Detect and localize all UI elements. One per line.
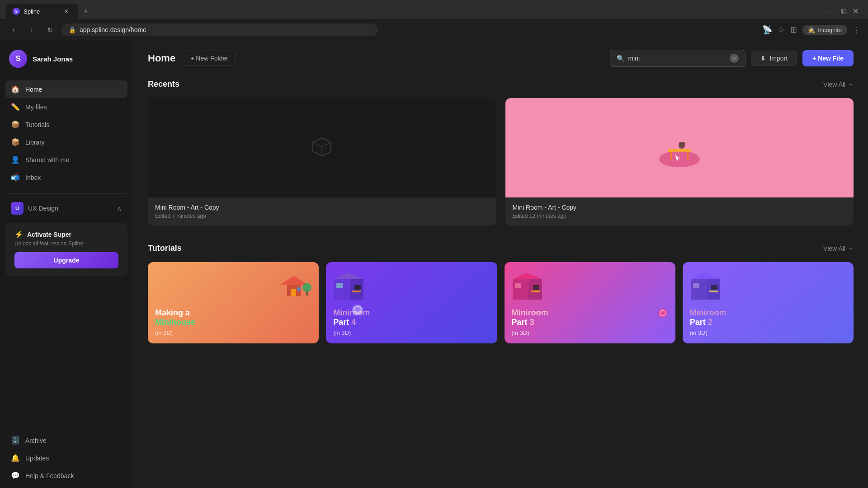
- room-decoration-4: [686, 266, 727, 306]
- tutorial-subtitle-2: (in 3D): [333, 329, 490, 336]
- incognito-avatar: 🕵: [808, 27, 815, 33]
- upgrade-header: ⚡ Activate Super: [14, 230, 118, 239]
- back-button[interactable]: ‹: [7, 23, 20, 36]
- tutorial-subtitle-4: (in 3D): [690, 329, 846, 336]
- tab-close-button[interactable]: ✕: [62, 7, 71, 15]
- sidebar-item-my-files-label: My files: [25, 103, 47, 111]
- workspace-collapse-icon[interactable]: ∧: [117, 204, 122, 213]
- search-bar[interactable]: 🔍 ✕: [610, 50, 745, 67]
- file-meta-2: Edited 12 minutes ago: [513, 213, 847, 219]
- svg-rect-37: [709, 291, 718, 292]
- svg-point-3: [659, 151, 700, 167]
- lock-icon: 🔒: [69, 27, 76, 33]
- sidebar-user[interactable]: S Sarah Jonas: [0, 41, 133, 77]
- file-card-info-2: Mini Room - Art - Copy Edited 12 minutes…: [505, 197, 854, 225]
- edit-icon: ✏️: [11, 103, 20, 111]
- tutorial-card-1[interactable]: Making a Minihouse (in 3D): [148, 262, 319, 343]
- svg-marker-27: [513, 272, 542, 279]
- sidebar-item-updates[interactable]: 🔔 Updates: [5, 449, 127, 467]
- avatar-initials: S: [16, 55, 21, 63]
- forward-button[interactable]: ›: [25, 23, 38, 36]
- tutorial-card-4[interactable]: MiniroomPart 2 (in 3D): [683, 262, 854, 343]
- tutorials-view-all-button[interactable]: View All →: [823, 245, 854, 252]
- sidebar-item-inbox[interactable]: 📬 Inbox: [5, 169, 127, 186]
- sidebar-icon[interactable]: ⊞: [790, 25, 797, 35]
- reload-button[interactable]: ↻: [43, 23, 56, 36]
- file-card-2[interactable]: Mini Room - Art - Copy Edited 12 minutes…: [505, 98, 854, 225]
- tab-label: Spline: [24, 8, 40, 15]
- tutorial-title-3: MiniroomPart 3: [512, 308, 668, 328]
- tab-favicon: S: [13, 8, 20, 15]
- file-card-thumb-2: [505, 98, 854, 197]
- search-clear-button[interactable]: ✕: [730, 54, 739, 63]
- sidebar-item-library-label: Library: [25, 139, 45, 146]
- file-card-1[interactable]: Mini Room - Art - Copy Edited 7 minutes …: [148, 98, 496, 225]
- svg-rect-12: [291, 289, 296, 296]
- tutorials-title: Tutorials: [148, 244, 182, 253]
- new-tab-button[interactable]: +: [80, 5, 92, 18]
- recents-title: Recents: [148, 80, 179, 89]
- new-file-button[interactable]: + New File: [802, 50, 854, 66]
- file-card-info-1: Mini Room - Art - Copy Edited 7 minutes …: [148, 197, 496, 225]
- svg-marker-1: [313, 138, 331, 147]
- sidebar-item-home[interactable]: 🏠 Home: [5, 80, 127, 98]
- circle-decoration: [657, 308, 669, 319]
- sidebar-item-my-files[interactable]: ✏️ My files: [5, 98, 127, 116]
- incognito-label: Incognito: [818, 27, 842, 33]
- svg-point-24: [354, 306, 361, 314]
- workspace-name: UX Design: [28, 205, 58, 212]
- tutorial-card-3[interactable]: MiniroomPart 3 (in 3D): [505, 262, 675, 343]
- tutorial-subtitle-3: (in 3D): [512, 329, 668, 336]
- svg-rect-4: [668, 149, 691, 152]
- svg-rect-29: [531, 291, 540, 292]
- avatar: S: [9, 50, 27, 68]
- incognito-badge: 🕵 Incognito: [802, 25, 847, 35]
- url-text: app.spline.design/home: [80, 26, 146, 33]
- svg-rect-30: [533, 285, 539, 290]
- close-icon[interactable]: ✕: [852, 6, 859, 16]
- sidebar-item-shared-with-me[interactable]: 👤 Shared with me: [5, 151, 127, 169]
- import-label: Import: [769, 55, 788, 62]
- top-bar-actions: 🔍 ✕ ⬇ Import + New File: [610, 50, 854, 67]
- svg-rect-28: [515, 283, 521, 288]
- address-bar[interactable]: 🔒 app.spline.design/home: [61, 23, 378, 36]
- restore-icon[interactable]: ⧉: [841, 7, 847, 16]
- upgrade-button[interactable]: Upgrade: [14, 252, 118, 268]
- svg-rect-13: [297, 287, 301, 291]
- sidebar-item-tutorials[interactable]: 📦 Tutorials: [5, 116, 127, 133]
- library-icon: 📦: [11, 138, 20, 146]
- svg-rect-22: [357, 290, 358, 291]
- sidebar: S Sarah Jonas 🏠 Home ✏️ My files 📦 Tutor…: [0, 41, 133, 488]
- sidebar-item-library[interactable]: 📦 Library: [5, 133, 127, 151]
- menu-icon[interactable]: ⋮: [853, 25, 861, 35]
- import-icon: ⬇: [760, 55, 766, 62]
- sidebar-item-shared-with-me-label: Shared with me: [25, 156, 69, 164]
- sidebar-item-updates-label: Updates: [25, 455, 49, 462]
- svg-rect-6: [687, 152, 689, 160]
- cast-icon[interactable]: 📡: [762, 25, 772, 35]
- svg-point-15: [302, 283, 311, 292]
- address-bar-row: ‹ › ↻ 🔒 app.spline.design/home 📡 ☆ ⊞ 🕵 I…: [0, 19, 868, 41]
- workspace-item[interactable]: U UX Design ∧: [0, 197, 133, 219]
- minimize-icon[interactable]: —: [827, 7, 835, 16]
- bookmark-icon[interactable]: ☆: [778, 25, 785, 35]
- browser-chrome: S Spline ✕ + — ⧉ ✕ ‹ › ↻ 🔒 app.spline.de…: [0, 0, 868, 41]
- svg-rect-16: [334, 279, 350, 300]
- search-input[interactable]: [628, 55, 726, 62]
- active-tab[interactable]: S Spline ✕: [5, 4, 78, 19]
- new-folder-button[interactable]: + New Folder: [183, 51, 236, 66]
- content-area: Recents View All →: [133, 76, 868, 488]
- svg-marker-18: [334, 272, 363, 279]
- sidebar-item-help[interactable]: 💬 Help & Feedback: [5, 467, 127, 484]
- import-button[interactable]: ⬇ Import: [751, 51, 797, 66]
- svg-rect-36: [693, 283, 699, 288]
- file-placeholder-icon-1: [311, 136, 333, 160]
- tab-bar: S Spline ✕ + — ⧉ ✕: [0, 0, 868, 19]
- room-decoration-2: [330, 266, 370, 306]
- archive-icon: 🗄️: [11, 436, 20, 445]
- recents-view-all-button[interactable]: View All →: [823, 81, 854, 88]
- user-name-label: Sarah Jonas: [33, 55, 73, 63]
- search-icon: 🔍: [617, 55, 624, 62]
- tutorial-card-2[interactable]: Miniroom Part 4 (in 3D): [326, 262, 497, 343]
- sidebar-item-archive[interactable]: 🗄️ Archive: [5, 432, 127, 449]
